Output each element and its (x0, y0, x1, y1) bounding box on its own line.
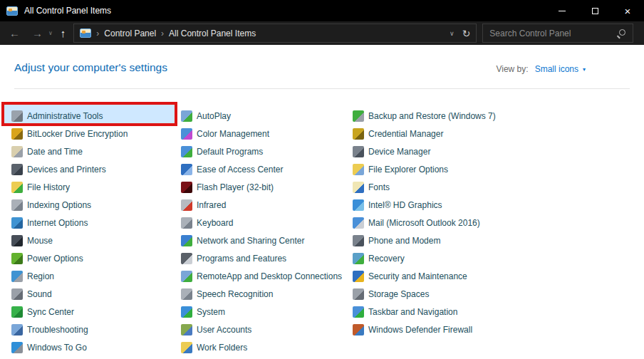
sound-icon (11, 288, 23, 300)
control-panel-item[interactable]: Internet Options (11, 214, 180, 231)
control-panel-item[interactable]: Phone and Modem (353, 231, 638, 249)
control-panel-item[interactable]: Backup and Restore (Windows 7) (353, 107, 638, 125)
control-panel-item[interactable]: Credential Manager (353, 125, 638, 142)
item-label: Speech Recognition (197, 289, 273, 299)
item-label: File History (27, 182, 70, 192)
items-column-3: Backup and Restore (Windows 7)Credential… (353, 107, 638, 338)
control-panel-item[interactable]: File Explorer Options (353, 160, 638, 178)
control-panel-item[interactable]: Indexing Options (11, 196, 180, 214)
item-label: File Explorer Options (368, 165, 448, 175)
control-panel-item[interactable]: Speech Recognition (181, 285, 349, 303)
close-icon: × (625, 6, 631, 16)
sync-center-icon (11, 306, 23, 318)
work-folders-icon (181, 342, 192, 353)
control-panel-item[interactable]: RemoteApp and Desktop Connections (181, 267, 349, 285)
control-panel-item[interactable]: Flash Player (32-bit) (181, 178, 349, 196)
control-panel-item[interactable]: Work Folders (181, 338, 349, 356)
control-panel-item[interactable]: Device Manager (353, 142, 638, 160)
control-panel-item[interactable]: User Accounts (181, 321, 349, 338)
item-label: Region (27, 271, 54, 281)
item-label: Indexing Options (27, 200, 91, 210)
header-separator (14, 88, 630, 89)
breadcrumb-separator-icon: › (96, 28, 99, 38)
back-icon[interactable]: ← (9, 28, 20, 38)
items-column-2: AutoPlayColor ManagementDefault Programs… (181, 107, 349, 356)
control-panel-item[interactable]: Mail (Microsoft Outlook 2016) (353, 214, 638, 231)
control-panel-item[interactable]: Security and Maintenance (353, 267, 638, 285)
forward-icon[interactable]: → (32, 28, 43, 38)
control-panel-item[interactable]: Fonts (353, 178, 638, 196)
recent-pages-chevron-icon[interactable]: ∨ (48, 30, 53, 36)
control-panel-item[interactable]: Region (11, 267, 180, 285)
item-label: Internet Options (27, 218, 88, 228)
items-columns: Administrative ToolsBitLocker Drive Encr… (0, 107, 644, 359)
close-button[interactable]: × (611, 0, 644, 21)
control-panel-item[interactable]: Windows Defender Firewall (353, 321, 638, 338)
control-panel-item[interactable]: Infrared (181, 196, 349, 214)
address-bar[interactable]: › Control Panel › All Control Panel Item… (73, 24, 477, 43)
control-panel-item[interactable]: Administrative Tools (11, 107, 180, 125)
default-programs-icon (181, 146, 192, 157)
control-panel-item[interactable]: Ease of Access Center (181, 160, 349, 178)
control-panel-item[interactable]: System (181, 303, 349, 321)
region-icon (11, 271, 23, 282)
item-label: System (197, 307, 225, 317)
address-dropdown-icon[interactable]: ∨ (450, 30, 455, 37)
backup-restore-icon (353, 110, 364, 122)
devices-printers-icon (11, 164, 23, 175)
control-panel-item[interactable]: File History (11, 178, 180, 196)
control-panel-item[interactable]: Sync Center (11, 303, 180, 321)
search-icon[interactable] (617, 28, 626, 38)
page-title: Adjust your computer's settings (14, 61, 167, 74)
item-label: Windows Defender Firewall (368, 325, 472, 335)
administrative-tools-icon (11, 110, 23, 122)
control-panel-item[interactable]: AutoPlay (181, 107, 349, 125)
control-panel-item[interactable]: Troubleshooting (11, 321, 180, 338)
control-panel-item[interactable]: Date and Time (11, 142, 180, 160)
item-label: Credential Manager (368, 129, 443, 139)
troubleshooting-icon (11, 324, 23, 335)
programs-features-icon (181, 253, 192, 264)
item-label: Device Manager (368, 147, 430, 157)
item-label: Administrative Tools (27, 111, 103, 121)
maximize-button[interactable] (578, 0, 611, 21)
titlebar: All Control Panel Items × (0, 0, 644, 21)
item-label: Default Programs (197, 147, 263, 157)
breadcrumb-all-control-panel-items[interactable]: All Control Panel Items (169, 28, 256, 38)
breadcrumb-control-panel[interactable]: Control Panel (104, 28, 156, 38)
refresh-icon[interactable]: ↻ (462, 28, 471, 38)
item-label: Devices and Printers (27, 165, 106, 175)
up-icon[interactable]: ↑ (61, 28, 66, 38)
control-panel-item[interactable]: Network and Sharing Center (181, 231, 349, 249)
window-controls: × (546, 0, 644, 21)
control-panel-item[interactable]: Keyboard (181, 214, 349, 231)
keyboard-icon (181, 217, 192, 229)
control-panel-item[interactable]: Storage Spaces (353, 285, 638, 303)
bitlocker-icon (11, 128, 23, 140)
control-panel-item[interactable]: Devices and Printers (11, 160, 180, 178)
item-label: Fonts (368, 182, 390, 192)
item-label: User Accounts (197, 325, 251, 335)
minimize-button[interactable] (546, 0, 578, 21)
control-panel-item[interactable]: Programs and Features (181, 249, 349, 267)
user-accounts-icon (181, 324, 192, 335)
security-maintenance-icon (353, 271, 364, 282)
control-panel-item[interactable]: Windows To Go (11, 338, 180, 356)
control-panel-item[interactable]: BitLocker Drive Encryption (11, 125, 180, 142)
search-input[interactable]: Search Control Panel (482, 24, 633, 43)
date-time-icon (11, 146, 23, 157)
control-panel-item[interactable]: Power Options (11, 249, 180, 267)
phone-modem-icon (353, 235, 364, 246)
device-manager-icon (353, 146, 364, 157)
control-panel-item[interactable]: Color Management (181, 125, 349, 142)
control-panel-item[interactable]: Taskbar and Navigation (353, 303, 638, 321)
control-panel-item[interactable]: Default Programs (181, 142, 349, 160)
chevron-down-icon[interactable]: ▾ (583, 66, 586, 73)
control-panel-item[interactable]: Sound (11, 285, 180, 303)
view-by-dropdown[interactable]: Small icons (535, 64, 578, 74)
ease-of-access-icon (181, 164, 192, 175)
flash-player-icon (181, 182, 192, 193)
control-panel-item[interactable]: Mouse (11, 231, 180, 249)
control-panel-item[interactable]: Recovery (353, 249, 638, 267)
control-panel-item[interactable]: Intel® HD Graphics (353, 196, 638, 214)
